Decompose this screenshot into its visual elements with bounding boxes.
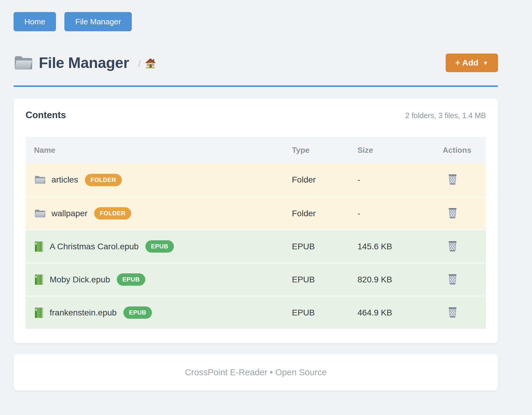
type-cell: EPUB [281, 275, 347, 284]
size-cell: 820.9 KB [347, 275, 432, 284]
table-row: frankenstein.epub EPUB EPUB 464.9 KB [26, 296, 486, 329]
trash-icon [447, 240, 458, 252]
actions-cell [432, 240, 486, 253]
contents-card: Contents 2 folders, 3 files, 1.4 MB Name… [14, 98, 498, 343]
contents-header: Contents 2 folders, 3 files, 1.4 MB [26, 110, 486, 121]
type-cell: EPUB [281, 308, 347, 318]
size-cell: 464.9 KB [347, 308, 432, 318]
delete-button[interactable] [447, 273, 458, 285]
table-row: articles FOLDER Folder - [26, 163, 486, 196]
file-name[interactable]: articles [51, 175, 78, 185]
trash-icon [447, 207, 458, 219]
name-cell: articles FOLDER [26, 174, 281, 186]
footer-card: CrossPoint E-Reader • Open Source [14, 354, 498, 391]
trash-icon [447, 306, 458, 318]
column-header-type: Type [281, 146, 347, 155]
folder-icon [34, 175, 45, 185]
breadcrumb-separator: / [138, 58, 141, 69]
title-divider [14, 85, 498, 87]
type-cell: Folder [281, 209, 347, 218]
delete-button[interactable] [447, 174, 458, 185]
size-cell: - [347, 175, 432, 185]
type-cell: Folder [281, 175, 347, 185]
trash-icon [447, 273, 458, 285]
title-row: File Manager / + Add ▼ [14, 54, 498, 72]
home-button[interactable]: Home [14, 12, 56, 31]
type-badge: FOLDER [94, 207, 131, 220]
delete-button[interactable] [447, 306, 458, 318]
type-badge: EPUB [145, 240, 174, 253]
add-button-label: + Add [455, 58, 479, 68]
name-cell: frankenstein.epub EPUB [26, 306, 281, 319]
contents-title: Contents [26, 110, 66, 121]
file-manager-button[interactable]: File Manager [64, 12, 132, 31]
table-row: A Christmas Carol.epub EPUB EPUB 145.6 K… [26, 229, 486, 263]
column-header-name: Name [26, 146, 281, 155]
actions-cell [432, 306, 486, 319]
home-icon [145, 58, 156, 68]
actions-cell [432, 207, 486, 220]
type-badge: EPUB [117, 273, 146, 286]
folder-icon [34, 209, 45, 218]
size-cell: 145.6 KB [347, 242, 432, 251]
file-name[interactable]: wallpaper [51, 209, 88, 218]
book-icon [34, 241, 44, 252]
actions-cell [432, 174, 486, 186]
trash-icon [447, 174, 458, 185]
file-name[interactable]: A Christmas Carol.epub [50, 242, 139, 251]
delete-button[interactable] [447, 207, 458, 219]
actions-cell [432, 273, 486, 286]
name-cell: Moby Dick.epub EPUB [26, 273, 281, 286]
column-header-size: Size [347, 146, 432, 155]
name-cell: wallpaper FOLDER [26, 207, 281, 220]
type-badge: EPUB [123, 306, 152, 319]
file-table: Name Type Size Actions articles FOLDER F… [26, 137, 486, 329]
add-button[interactable]: + Add ▼ [446, 54, 498, 72]
name-cell: A Christmas Carol.epub EPUB [26, 240, 281, 253]
column-header-actions: Actions [432, 146, 486, 155]
breadcrumb[interactable] [145, 58, 156, 69]
page-title: File Manager [39, 54, 129, 72]
book-icon [34, 307, 44, 318]
file-name[interactable]: frankenstein.epub [50, 308, 117, 318]
table-body: articles FOLDER Folder - [26, 163, 486, 329]
file-name[interactable]: Moby Dick.epub [50, 275, 110, 284]
delete-button[interactable] [447, 240, 458, 252]
table-header-row: Name Type Size Actions [26, 137, 486, 163]
chevron-down-icon: ▼ [483, 60, 488, 66]
title-group: File Manager / [14, 54, 156, 72]
table-row: wallpaper FOLDER Folder - [26, 196, 486, 229]
footer-text: CrossPoint E-Reader • Open Source [185, 367, 326, 377]
contents-summary: 2 folders, 3 files, 1.4 MB [405, 111, 486, 120]
size-cell: - [347, 209, 432, 218]
type-cell: EPUB [281, 242, 347, 251]
folder-title-icon [14, 55, 32, 71]
type-badge: FOLDER [85, 174, 122, 186]
book-icon [34, 274, 44, 285]
table-row: Moby Dick.epub EPUB EPUB 820.9 KB [26, 263, 486, 296]
top-nav: Home File Manager [14, 12, 498, 31]
page-container: Home File Manager File Manager / [14, 0, 498, 391]
